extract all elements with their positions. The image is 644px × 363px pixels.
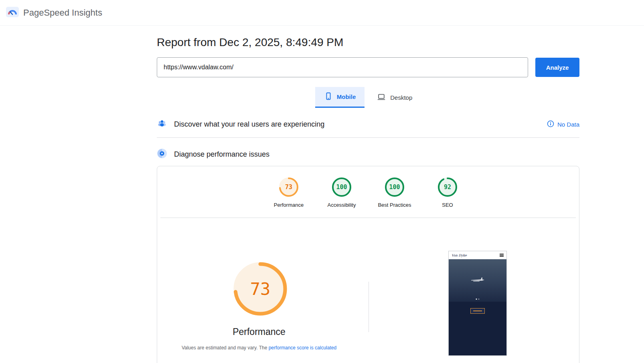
- score-seo: 92 SEO: [421, 177, 474, 208]
- info-icon: [547, 120, 554, 129]
- card-divider: [160, 218, 576, 218]
- score-label: Performance: [274, 202, 304, 208]
- score-label: Best Practices: [378, 202, 411, 208]
- device-tabs: Mobile Desktop: [157, 87, 579, 108]
- tab-mobile[interactable]: Mobile: [315, 87, 365, 108]
- score-best-practices: 100 Best Practices: [368, 177, 421, 208]
- score-performance: 73 Performance: [262, 177, 315, 208]
- vertical-divider: [369, 282, 369, 332]
- report-title: Report from Dec 2, 2025, 8:49:49 PM: [157, 26, 579, 49]
- thumb-page-body: [449, 302, 506, 356]
- seo-gauge-small[interactable]: 92: [437, 177, 458, 198]
- page-screenshot-thumbnail: Van Dyke: [448, 251, 507, 356]
- desktop-icon: [377, 93, 386, 103]
- score-label: SEO: [442, 202, 453, 208]
- real-users-icon: [157, 118, 167, 130]
- analyze-button[interactable]: Analyze: [535, 58, 579, 77]
- field-data-title: Discover what your real users are experi…: [174, 120, 324, 129]
- hamburger-menu-icon: [500, 253, 504, 258]
- lighthouse-icon: [157, 148, 167, 160]
- lab-data-title: Diagnose performance issues: [174, 150, 269, 159]
- mobile-icon: [324, 92, 333, 102]
- field-data-section-header: Discover what your real users are experi…: [157, 118, 579, 130]
- tab-desktop[interactable]: Desktop: [368, 87, 421, 108]
- no-data-link[interactable]: No Data: [547, 120, 579, 129]
- performance-disclaimer: Values are estimated and may vary. The p…: [159, 345, 359, 351]
- app-header: PageSpeed Insights: [0, 0, 644, 26]
- thumb-site-header: Van Dyke: [449, 251, 506, 259]
- score-calculation-link[interactable]: performance score is calculated: [269, 345, 336, 351]
- pagespeed-logo-icon[interactable]: [6, 6, 19, 20]
- category-scores-row: 73 Performance 100 Accessibility: [157, 166, 579, 208]
- tab-mobile-label: Mobile: [337, 93, 356, 100]
- section-divider: [157, 137, 579, 138]
- performance-gauge-large[interactable]: 73: [232, 261, 288, 317]
- report-card: 73 Performance 100 Accessibility: [157, 166, 579, 363]
- accessibility-gauge-small[interactable]: 100: [331, 177, 352, 198]
- url-input[interactable]: [157, 57, 528, 77]
- tab-desktop-label: Desktop: [390, 94, 412, 101]
- carousel-dots: [476, 298, 480, 300]
- score-label: Accessibility: [328, 202, 356, 208]
- best-practices-gauge-small[interactable]: 100: [384, 177, 405, 198]
- app-title[interactable]: PageSpeed Insights: [23, 8, 102, 18]
- thumb-site-logo: Van Dyke: [452, 254, 467, 257]
- main-content: Report from Dec 2, 2025, 8:49:49 PM Anal…: [157, 26, 579, 363]
- no-data-label: No Data: [557, 121, 579, 128]
- score-accessibility: 100 Accessibility: [315, 177, 368, 208]
- airplane-image: [470, 277, 485, 284]
- url-row: Analyze: [157, 57, 579, 77]
- performance-section-title: Performance: [179, 327, 339, 337]
- performance-gauge-small[interactable]: 73: [278, 177, 299, 198]
- thumb-cta-button: [470, 308, 485, 314]
- lab-data-section-header: Diagnose performance issues: [157, 148, 579, 160]
- thumb-hero-photo: [449, 259, 506, 302]
